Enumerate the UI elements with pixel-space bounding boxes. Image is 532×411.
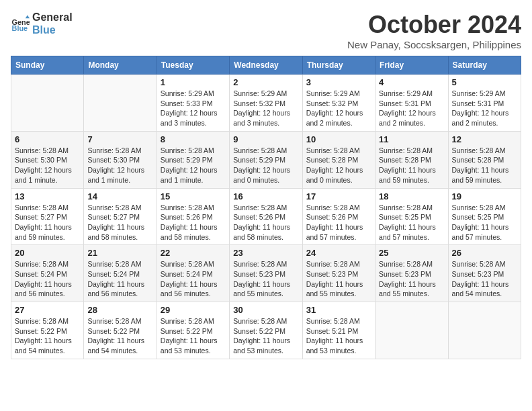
calendar-cell — [375, 302, 448, 359]
svg-marker-2 — [26, 15, 30, 19]
calendar-week-2: 6Sunrise: 5:28 AM Sunset: 5:30 PM Daylig… — [11, 131, 521, 188]
day-info: Sunrise: 5:28 AM Sunset: 5:28 PM Dayligh… — [306, 146, 371, 185]
calendar-cell — [448, 302, 521, 359]
day-number: 7 — [87, 134, 152, 144]
calendar-cell: 22Sunrise: 5:28 AM Sunset: 5:24 PM Dayli… — [157, 245, 229, 302]
calendar-cell: 17Sunrise: 5:28 AM Sunset: 5:26 PM Dayli… — [302, 188, 375, 245]
calendar-cell: 18Sunrise: 5:28 AM Sunset: 5:25 PM Dayli… — [375, 188, 448, 245]
calendar-cell: 4Sunrise: 5:29 AM Sunset: 5:31 PM Daylig… — [375, 75, 448, 132]
day-number: 11 — [379, 134, 444, 144]
calendar-table: SundayMondayTuesdayWednesdayThursdayFrid… — [11, 56, 521, 359]
day-number: 19 — [452, 191, 517, 201]
calendar-header-row: SundayMondayTuesdayWednesdayThursdayFrid… — [11, 56, 521, 75]
calendar-cell: 11Sunrise: 5:28 AM Sunset: 5:28 PM Dayli… — [375, 131, 448, 188]
day-info: Sunrise: 5:29 AM Sunset: 5:32 PM Dayligh… — [306, 89, 371, 128]
calendar-cell: 14Sunrise: 5:28 AM Sunset: 5:27 PM Dayli… — [84, 188, 157, 245]
day-number: 30 — [233, 305, 298, 315]
day-info: Sunrise: 5:28 AM Sunset: 5:23 PM Dayligh… — [306, 259, 371, 299]
day-info: Sunrise: 5:28 AM Sunset: 5:22 PM Dayligh… — [161, 316, 226, 356]
day-info: Sunrise: 5:28 AM Sunset: 5:23 PM Dayligh… — [379, 259, 444, 299]
calendar-cell — [84, 75, 157, 132]
calendar-cell: 16Sunrise: 5:28 AM Sunset: 5:26 PM Dayli… — [230, 188, 302, 245]
day-number: 15 — [161, 191, 226, 201]
day-number: 27 — [15, 305, 80, 315]
calendar-week-5: 27Sunrise: 5:28 AM Sunset: 5:22 PM Dayli… — [11, 302, 521, 359]
calendar-week-4: 20Sunrise: 5:28 AM Sunset: 5:24 PM Dayli… — [11, 245, 521, 302]
day-number: 16 — [233, 191, 298, 201]
day-info: Sunrise: 5:29 AM Sunset: 5:31 PM Dayligh… — [379, 89, 444, 128]
day-number: 8 — [161, 134, 226, 144]
calendar-cell: 30Sunrise: 5:28 AM Sunset: 5:22 PM Dayli… — [230, 302, 302, 359]
day-info: Sunrise: 5:28 AM Sunset: 5:21 PM Dayligh… — [306, 316, 371, 356]
day-number: 1 — [161, 77, 226, 87]
day-number: 3 — [306, 77, 371, 87]
calendar-cell: 15Sunrise: 5:28 AM Sunset: 5:26 PM Dayli… — [157, 188, 229, 245]
calendar-cell: 12Sunrise: 5:28 AM Sunset: 5:28 PM Dayli… — [448, 131, 521, 188]
calendar-cell: 6Sunrise: 5:28 AM Sunset: 5:30 PM Daylig… — [11, 131, 84, 188]
day-number: 18 — [379, 191, 444, 201]
calendar-cell: 7Sunrise: 5:28 AM Sunset: 5:30 PM Daylig… — [84, 131, 157, 188]
month-title: October 2024 — [347, 11, 521, 39]
day-number: 31 — [306, 305, 371, 315]
header-wednesday: Wednesday — [230, 56, 302, 75]
day-info: Sunrise: 5:28 AM Sunset: 5:26 PM Dayligh… — [306, 203, 371, 242]
header-monday: Monday — [84, 56, 157, 75]
day-info: Sunrise: 5:29 AM Sunset: 5:32 PM Dayligh… — [233, 89, 298, 128]
day-info: Sunrise: 5:28 AM Sunset: 5:22 PM Dayligh… — [15, 316, 80, 356]
title-block: October 2024 New Panay, Soccsksargen, Ph… — [347, 11, 521, 50]
calendar-cell: 9Sunrise: 5:28 AM Sunset: 5:29 PM Daylig… — [230, 131, 302, 188]
day-number: 24 — [306, 248, 371, 258]
day-info: Sunrise: 5:28 AM Sunset: 5:29 PM Dayligh… — [233, 146, 298, 185]
day-info: Sunrise: 5:28 AM Sunset: 5:24 PM Dayligh… — [15, 259, 80, 299]
day-number: 21 — [87, 248, 152, 258]
day-number: 12 — [452, 134, 517, 144]
day-number: 2 — [233, 77, 298, 87]
logo-icon: General Blue — [11, 14, 30, 33]
day-info: Sunrise: 5:28 AM Sunset: 5:24 PM Dayligh… — [87, 259, 152, 299]
day-number: 17 — [306, 191, 371, 201]
day-info: Sunrise: 5:28 AM Sunset: 5:23 PM Dayligh… — [452, 259, 517, 299]
day-number: 13 — [15, 191, 80, 201]
calendar-cell: 27Sunrise: 5:28 AM Sunset: 5:22 PM Dayli… — [11, 302, 84, 359]
day-number: 4 — [379, 77, 444, 87]
calendar-cell: 25Sunrise: 5:28 AM Sunset: 5:23 PM Dayli… — [375, 245, 448, 302]
day-info: Sunrise: 5:28 AM Sunset: 5:25 PM Dayligh… — [452, 203, 517, 242]
day-info: Sunrise: 5:29 AM Sunset: 5:33 PM Dayligh… — [161, 89, 226, 128]
calendar-cell: 10Sunrise: 5:28 AM Sunset: 5:28 PM Dayli… — [302, 131, 375, 188]
day-info: Sunrise: 5:28 AM Sunset: 5:28 PM Dayligh… — [379, 146, 444, 185]
header-friday: Friday — [375, 56, 448, 75]
day-number: 25 — [379, 248, 444, 258]
day-info: Sunrise: 5:28 AM Sunset: 5:24 PM Dayligh… — [161, 259, 226, 299]
calendar-cell: 28Sunrise: 5:28 AM Sunset: 5:22 PM Dayli… — [84, 302, 157, 359]
location-subtitle: New Panay, Soccsksargen, Philippines — [347, 39, 521, 50]
calendar-cell: 20Sunrise: 5:28 AM Sunset: 5:24 PM Dayli… — [11, 245, 84, 302]
header-thursday: Thursday — [302, 56, 375, 75]
day-info: Sunrise: 5:28 AM Sunset: 5:22 PM Dayligh… — [87, 316, 152, 356]
calendar-cell: 29Sunrise: 5:28 AM Sunset: 5:22 PM Dayli… — [157, 302, 229, 359]
svg-text:Blue: Blue — [12, 24, 28, 32]
day-number: 14 — [87, 191, 152, 201]
day-info: Sunrise: 5:29 AM Sunset: 5:31 PM Dayligh… — [452, 89, 517, 128]
calendar-cell: 31Sunrise: 5:28 AM Sunset: 5:21 PM Dayli… — [302, 302, 375, 359]
calendar-cell: 21Sunrise: 5:28 AM Sunset: 5:24 PM Dayli… — [84, 245, 157, 302]
calendar-cell: 3Sunrise: 5:29 AM Sunset: 5:32 PM Daylig… — [302, 75, 375, 132]
header-saturday: Saturday — [448, 56, 521, 75]
calendar-cell: 8Sunrise: 5:28 AM Sunset: 5:29 PM Daylig… — [157, 131, 229, 188]
day-info: Sunrise: 5:28 AM Sunset: 5:23 PM Dayligh… — [233, 259, 298, 299]
day-number: 6 — [15, 134, 80, 144]
calendar-cell: 13Sunrise: 5:28 AM Sunset: 5:27 PM Dayli… — [11, 188, 84, 245]
calendar-cell: 24Sunrise: 5:28 AM Sunset: 5:23 PM Dayli… — [302, 245, 375, 302]
day-number: 29 — [161, 305, 226, 315]
calendar-week-3: 13Sunrise: 5:28 AM Sunset: 5:27 PM Dayli… — [11, 188, 521, 245]
calendar-cell: 2Sunrise: 5:29 AM Sunset: 5:32 PM Daylig… — [230, 75, 302, 132]
day-info: Sunrise: 5:28 AM Sunset: 5:30 PM Dayligh… — [15, 146, 80, 185]
calendar-cell — [11, 75, 84, 132]
day-number: 26 — [452, 248, 517, 258]
day-number: 5 — [452, 77, 517, 87]
header-tuesday: Tuesday — [157, 56, 229, 75]
day-info: Sunrise: 5:28 AM Sunset: 5:25 PM Dayligh… — [379, 203, 444, 242]
day-info: Sunrise: 5:28 AM Sunset: 5:28 PM Dayligh… — [452, 146, 517, 185]
day-info: Sunrise: 5:28 AM Sunset: 5:30 PM Dayligh… — [87, 146, 152, 185]
day-info: Sunrise: 5:28 AM Sunset: 5:26 PM Dayligh… — [161, 203, 226, 242]
calendar-cell: 19Sunrise: 5:28 AM Sunset: 5:25 PM Dayli… — [448, 188, 521, 245]
